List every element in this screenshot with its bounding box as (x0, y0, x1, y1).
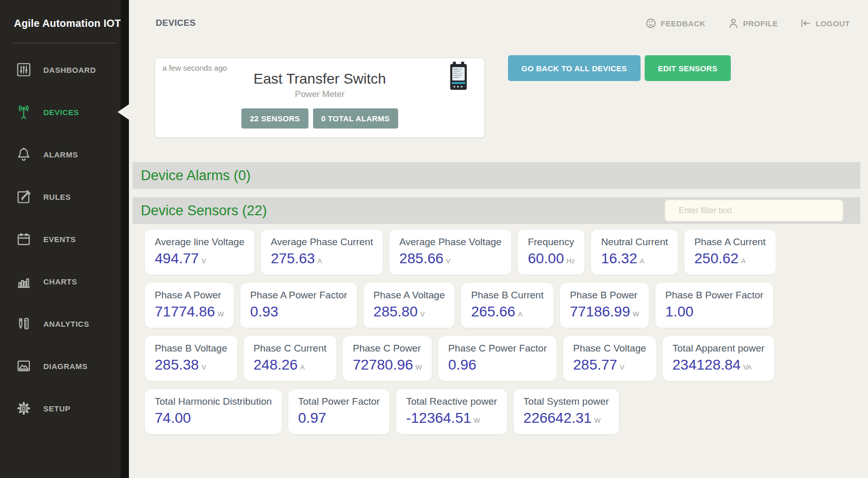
device-card: a few seconds ago East Transfer Switch P… (155, 58, 485, 138)
sidebar-item-analytics[interactable]: ANALYTICS (0, 302, 129, 345)
feedback-icon (645, 17, 657, 29)
device-name: East Transfer Switch (155, 71, 484, 87)
sensor-value-row: 275.63 A (271, 250, 373, 267)
rules-icon (15, 188, 32, 205)
sensor-value: 0.97 (298, 409, 326, 427)
sensor-label: Phase C Power Factor (448, 342, 547, 355)
sidebar-item-alarms[interactable]: ALARMS (0, 133, 129, 176)
sensor-row: Average line Voltage 494.77 V Average Ph… (145, 230, 858, 275)
feedback-link[interactable]: FEEDBACK (645, 17, 706, 29)
device-sensors-title: Device Sensors (22) (141, 203, 267, 219)
sensor-unit: V (202, 257, 206, 265)
sensor-unit: V (446, 257, 451, 265)
device-actions: GO BACK TO ALL DEVICES EDIT SENSORS (508, 55, 731, 81)
sensor-value: 0.93 (250, 303, 279, 321)
dashboard-icon (15, 61, 32, 78)
sensor-value-row: 60.00 Hz (528, 250, 575, 267)
diagrams-icon (15, 358, 32, 374)
device-alarms-title: Device Alarms (0) (141, 168, 251, 184)
brand-title: Agile Automation IOT (0, 0, 129, 29)
sidebar: Agile Automation IOT DASHBOARD (0, 0, 129, 478)
sensor-label: Phase C Current (254, 342, 327, 355)
sensor-value-row: 72780.96 W (353, 356, 422, 374)
sidebar-item-dashboard[interactable]: DASHBOARD (0, 49, 129, 91)
sensor-unit: V (420, 310, 425, 318)
last-updated: a few seconds ago (162, 63, 227, 72)
logout-link[interactable]: LOGOUT (799, 17, 850, 29)
device-type: Power Meter (155, 89, 484, 100)
profile-link[interactable]: PROFILE (727, 17, 778, 29)
sensor-label: Phase C Voltage (573, 342, 646, 355)
sidebar-item-charts[interactable]: CHARTS (0, 260, 129, 302)
sensor-unit: Hz (567, 257, 575, 265)
sidebar-item-rules[interactable]: RULES (0, 176, 129, 218)
sidebar-item-label: ANALYTICS (43, 320, 89, 328)
sensor-label: Average Phase Voltage (399, 236, 501, 248)
sensor-value-row: 0.97 (298, 409, 380, 427)
sensor-unit: V (620, 363, 625, 371)
sensor-label: Average Phase Current (271, 236, 373, 248)
sensor-value: 16.32 (601, 250, 637, 267)
topbar-links: FEEDBACK PROFILE LOGOUT (645, 17, 850, 29)
sensor-filter-input[interactable] (665, 200, 843, 221)
analytics-icon (15, 315, 32, 332)
sensor-card: Phase C Current 248.26 A (244, 336, 337, 381)
sensor-card: Total Power Factor 0.97 (288, 389, 389, 434)
sidebar-item-label: EVENTS (43, 235, 76, 244)
alarms-count-badge[interactable]: 0 TOTAL ALARMS (313, 108, 398, 129)
sensor-label: Phase B Power (570, 289, 639, 301)
active-item-notch (118, 104, 129, 120)
sensor-card: Phase A Power Factor 0.93 (240, 283, 357, 328)
sidebar-edge-strip (121, 0, 129, 478)
sensor-value: 226642.31 (523, 409, 592, 427)
sidebar-item-setup[interactable]: SETUP (0, 387, 129, 429)
sidebar-divider (13, 43, 117, 43)
sidebar-item-label: RULES (43, 193, 71, 201)
sensor-value-row: 494.77 V (155, 250, 244, 267)
devices-icon (15, 104, 32, 120)
sensor-card: Phase A Current 250.62 A (684, 230, 775, 275)
main-area: DEVICES FEEDBACK PROFILE LOGOUT (129, 0, 868, 478)
setup-icon (15, 400, 32, 417)
logout-icon (799, 17, 812, 29)
sensor-unit: A (518, 310, 522, 318)
sensor-value-row: 234128.84 VA (673, 356, 765, 374)
sensor-card: Phase B Power Factor 1.00 (656, 283, 773, 328)
sensor-unit: A (640, 257, 644, 265)
sensor-value: 60.00 (528, 250, 564, 267)
sensor-value-row: -12364.51 W (406, 409, 497, 427)
sensor-row: Phase A Power 71774.86 W Phase A Power F… (145, 283, 858, 328)
sensor-label: Total Harmonic Distribution (155, 395, 272, 408)
sensor-value: 72780.96 (353, 356, 413, 374)
sensor-value: 71774.86 (155, 303, 215, 321)
sensor-row: Total Harmonic Distribution 74.00 Total … (145, 389, 858, 434)
sensor-card: Neutral Current 16.32 A (591, 230, 678, 275)
sidebar-item-diagrams[interactable]: DIAGRAMS (0, 345, 129, 387)
sensors-count-badge[interactable]: 22 SENSORS (241, 108, 308, 129)
sensor-value: 285.38 (155, 356, 199, 374)
sidebar-item-devices[interactable]: DEVICES (0, 91, 129, 133)
sensor-value-row: 16.32 A (601, 250, 668, 267)
sensor-value: 265.66 (471, 303, 515, 321)
sensor-label: Phase A Power Factor (250, 289, 347, 301)
sidebar-item-label: DIAGRAMS (43, 362, 88, 371)
edit-sensors-button[interactable]: EDIT SENSORS (645, 55, 731, 81)
sensor-card: Phase B Voltage 285.38 V (145, 336, 237, 381)
sidebar-item-events[interactable]: EVENTS (0, 218, 129, 260)
sensor-card: Frequency 60.00 Hz (518, 230, 584, 275)
events-icon (15, 231, 32, 247)
sensor-label: Phase B Voltage (155, 342, 227, 355)
sensor-card: Phase A Voltage 285.80 V (364, 283, 454, 328)
sensor-label: Total System power (523, 395, 609, 408)
sensor-unit: W (416, 363, 422, 371)
sensor-value-row: 285.66 V (399, 250, 501, 267)
sensor-value-row: 0.96 (448, 356, 547, 374)
device-badges: 22 SENSORS 0 TOTAL ALARMS (155, 108, 484, 129)
sensor-value: -12364.51 (406, 409, 471, 427)
go-back-button[interactable]: GO BACK TO ALL DEVICES (508, 55, 641, 81)
sensor-unit: W (474, 417, 480, 424)
sensor-card: Phase C Power 72780.96 W (343, 336, 432, 381)
sensor-card: Phase C Power Factor 0.96 (438, 336, 556, 381)
sensor-card: Average line Voltage 494.77 V (145, 230, 254, 275)
sensor-value-row: 226642.31 W (523, 409, 609, 427)
